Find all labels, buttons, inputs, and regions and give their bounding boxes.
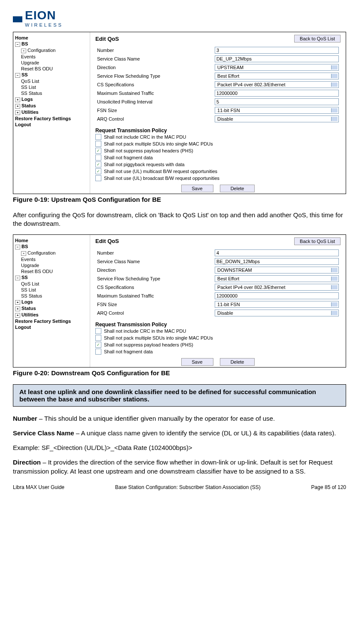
def-scn: Service Class Name – A unique class name… bbox=[13, 429, 346, 437]
nav-ss-list[interactable]: SS List bbox=[15, 84, 88, 90]
input-upi[interactable]: 5 bbox=[215, 98, 339, 105]
figure-caption-1: Figure 0-19: Upstream QoS Configuration … bbox=[13, 196, 346, 203]
nav-status[interactable]: Status bbox=[15, 103, 88, 109]
nav-bs-events[interactable]: Events bbox=[15, 54, 88, 60]
nav-bs-reset[interactable]: Reset BS ODU bbox=[15, 268, 88, 274]
checkbox-p4[interactable] bbox=[95, 155, 101, 161]
policy-p2: Shall not pack multiple SDUs into single… bbox=[104, 335, 213, 340]
figure-caption-2: Figure 0-20: Downstream QoS Configuratio… bbox=[13, 369, 346, 377]
select-sfs[interactable]: Best Effort bbox=[215, 73, 339, 79]
nav-ss-qos[interactable]: QoS List bbox=[15, 281, 88, 287]
nav-bs-upgrade[interactable]: Upgrade bbox=[15, 262, 88, 268]
select-direction[interactable]: DOWNSTREAM bbox=[215, 267, 339, 273]
nav-ss[interactable]: SS bbox=[15, 72, 88, 78]
checkbox-p5[interactable] bbox=[95, 161, 101, 167]
paragraph-1: After configuring the QoS for downstream… bbox=[13, 211, 346, 228]
label-direction: Direction bbox=[95, 266, 213, 274]
select-arq[interactable]: Disable bbox=[215, 310, 339, 316]
nav-ss-status[interactable]: SS Status bbox=[15, 90, 88, 96]
label-number: Number bbox=[95, 249, 213, 257]
nav-logs[interactable]: Logs bbox=[15, 299, 88, 305]
label-cs: CS Specifications bbox=[95, 80, 213, 89]
checkbox-p7[interactable] bbox=[95, 175, 101, 181]
back-to-list-button[interactable]: Back to QoS List bbox=[294, 35, 341, 43]
nav-bs-reset[interactable]: Reset BS ODU bbox=[15, 66, 88, 72]
label-arq: ARQ Control bbox=[95, 309, 213, 317]
label-direction: Direction bbox=[95, 63, 213, 72]
nav-bs[interactable]: BS bbox=[15, 41, 88, 47]
checkbox-p4[interactable] bbox=[95, 349, 101, 355]
save-button[interactable]: Save bbox=[181, 185, 213, 192]
footer-center: Base Station Configuration: Subscriber S… bbox=[115, 484, 261, 490]
checkbox-p3[interactable] bbox=[95, 148, 101, 154]
nav-utilities[interactable]: Utilities bbox=[15, 312, 88, 318]
nav-home[interactable]: Home bbox=[15, 237, 88, 243]
delete-button[interactable]: Delete bbox=[220, 358, 255, 366]
nav-restore[interactable]: Restore Factory Settings bbox=[15, 318, 88, 324]
def-example: Example: SF_<Direction (UL/DL)>_<Data Ra… bbox=[13, 444, 346, 452]
select-cs[interactable]: Packet IPv4 over 802.3/Ethernet bbox=[215, 81, 339, 88]
nav-utilities[interactable]: Utilities bbox=[15, 109, 88, 115]
checkbox-p2[interactable] bbox=[95, 335, 101, 341]
figure-upstream: Home BS Configuration Events Upgrade Res… bbox=[13, 32, 346, 194]
nav-ss-list[interactable]: SS List bbox=[15, 287, 88, 293]
policy-p2: Shall not pack multiple SDUs into single… bbox=[104, 141, 213, 146]
qos-form: Number3 Service Class NameDE_UP_12Mbps D… bbox=[95, 46, 341, 123]
policy-heading: Request Transmission Policy bbox=[95, 322, 341, 328]
policy-p4: Shall not fragment data bbox=[104, 349, 153, 354]
label-cs: CS Specifications bbox=[95, 283, 213, 292]
policy-p3: Shall not suppress payload headers (PHS) bbox=[104, 148, 193, 153]
checkbox-p1[interactable] bbox=[95, 328, 101, 334]
policy-p6: Shall not use (UL) multicast B/W request… bbox=[104, 169, 217, 174]
nav-bs-events[interactable]: Events bbox=[15, 256, 88, 262]
policy-p1: Shall not include CRC in the MAC PDU bbox=[104, 328, 186, 334]
nav-logout[interactable]: Logout bbox=[15, 122, 88, 128]
label-sfs: Service Flow Scheduling Type bbox=[95, 72, 213, 80]
footer-right: Page 85 of 120 bbox=[311, 484, 346, 490]
qos-form-2: Number4 Service Class NameBE_DOWN_12Mbps… bbox=[95, 249, 341, 317]
def-direction: Direction – It provides the direction of… bbox=[13, 458, 346, 476]
select-arq[interactable]: Disable bbox=[215, 115, 339, 122]
input-scn[interactable]: BE_DOWN_12Mbps bbox=[215, 258, 339, 265]
nav-logs[interactable]: Logs bbox=[15, 96, 88, 103]
note-box: At least one uplink and one downlink cla… bbox=[13, 384, 346, 407]
input-scn[interactable]: DE_UP_12Mbps bbox=[215, 55, 339, 62]
nav-bs-config[interactable]: Configuration bbox=[15, 250, 88, 256]
policy-p5: Shall not piggyback requests with data bbox=[104, 162, 185, 167]
input-mst[interactable]: 12000000 bbox=[215, 90, 339, 97]
nav-bs-upgrade[interactable]: Upgrade bbox=[15, 60, 88, 66]
policy-p7: Shall not use (UL) broadcast B/W request… bbox=[104, 176, 219, 181]
nav-bs-config[interactable]: Configuration bbox=[15, 47, 88, 54]
policy-p1: Shall not include CRC in the MAC PDU bbox=[104, 134, 186, 140]
policy-heading: Request Transmission Policy bbox=[95, 128, 341, 134]
nav-bs[interactable]: BS bbox=[15, 243, 88, 250]
checkbox-p6[interactable] bbox=[95, 168, 101, 174]
nav-ss-qos[interactable]: QoS List bbox=[15, 78, 88, 84]
panel-title: Edit QoS bbox=[95, 36, 119, 42]
nav-logout[interactable]: Logout bbox=[15, 324, 88, 330]
nav-restore[interactable]: Restore Factory Settings bbox=[15, 115, 88, 122]
back-to-list-button[interactable]: Back to QoS List bbox=[294, 237, 341, 245]
input-number[interactable]: 3 bbox=[215, 47, 339, 54]
figure-downstream: Home BS Configuration Events Upgrade Res… bbox=[13, 234, 346, 368]
checkbox-p3[interactable] bbox=[95, 342, 101, 348]
select-fsn[interactable]: 11-bit FSN bbox=[215, 107, 339, 114]
input-number[interactable]: 4 bbox=[215, 249, 339, 256]
select-sfs[interactable]: Best Effort bbox=[215, 275, 339, 282]
delete-button[interactable]: Delete bbox=[220, 185, 255, 192]
select-direction[interactable]: UPSTREAM bbox=[215, 64, 339, 71]
checkbox-p2[interactable] bbox=[95, 141, 101, 147]
save-button[interactable]: Save bbox=[181, 358, 213, 366]
select-cs[interactable]: Packet IPv4 over 802.3/Ethernet bbox=[215, 284, 339, 291]
checkbox-p1[interactable] bbox=[95, 134, 101, 140]
nav-status[interactable]: Status bbox=[15, 305, 88, 312]
input-mst[interactable]: 12000000 bbox=[215, 292, 339, 299]
select-fsn[interactable]: 11-bit FSN bbox=[215, 301, 339, 308]
nav-ss-status[interactable]: SS Status bbox=[15, 293, 88, 299]
label-fsn: FSN Size bbox=[95, 106, 213, 115]
nav-tree-2: Home BS Configuration Events Upgrade Res… bbox=[13, 235, 90, 367]
nav-ss[interactable]: SS bbox=[15, 274, 88, 281]
nav-home[interactable]: Home bbox=[15, 35, 88, 41]
footer-left: Libra MAX User Guide bbox=[13, 484, 64, 490]
label-mst: Maximum Sustained Traffic bbox=[95, 292, 213, 300]
